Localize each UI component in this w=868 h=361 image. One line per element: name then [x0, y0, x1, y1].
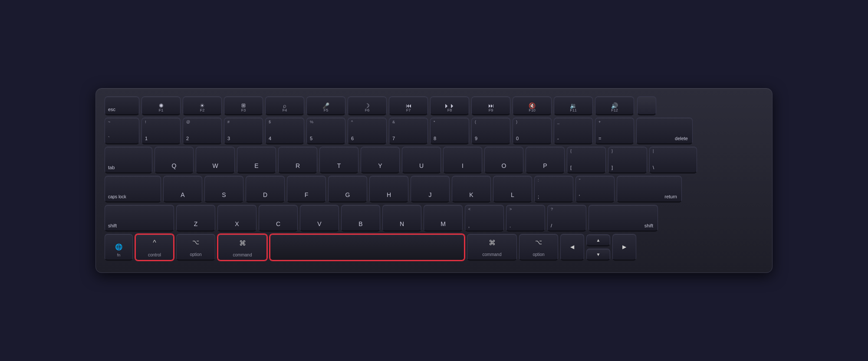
2-key[interactable]: @ 2: [183, 118, 222, 144]
arrow-up-key[interactable]: ▲: [586, 234, 610, 246]
control-key[interactable]: ^ control: [135, 234, 174, 261]
f1-key[interactable]: ✺ F1: [141, 96, 181, 115]
x-key[interactable]: X: [217, 205, 256, 232]
i-key[interactable]: I: [443, 147, 482, 174]
capslock-key[interactable]: caps lock: [105, 176, 161, 203]
colon-label: :: [538, 178, 539, 183]
3-key[interactable]: # 3: [224, 118, 263, 144]
return-key[interactable]: return: [617, 176, 682, 203]
g-key[interactable]: G: [328, 176, 367, 203]
v-label: V: [317, 220, 321, 227]
arrow-up-icon: ▲: [596, 237, 601, 242]
f8-key[interactable]: ⏵⏵ F8: [430, 96, 469, 115]
command-left-key[interactable]: ⌘ command: [217, 234, 267, 261]
7-key[interactable]: & 7: [389, 118, 428, 144]
d-key[interactable]: D: [246, 176, 285, 203]
f-key[interactable]: F: [287, 176, 326, 203]
lshift-label: shift: [108, 223, 117, 228]
m-label: M: [441, 220, 446, 227]
p-key[interactable]: P: [526, 147, 565, 174]
f7-key[interactable]: ⏮ F7: [389, 96, 428, 115]
l-key[interactable]: L: [493, 176, 532, 203]
i-label: I: [462, 162, 464, 169]
s-label: S: [222, 191, 226, 198]
j-key[interactable]: J: [411, 176, 450, 203]
h-label: H: [387, 191, 391, 198]
touch-id-key[interactable]: [637, 96, 656, 115]
equals-key[interactable]: + =: [595, 118, 634, 144]
arrow-left-icon: ◀: [570, 244, 574, 250]
arrow-right-key[interactable]: ▶: [612, 234, 636, 261]
r-key[interactable]: R: [278, 147, 317, 174]
bottom-row: 🌐 fn ^ control ⌥ option ⌘ command ⌘ comm…: [105, 234, 763, 261]
0-key[interactable]: ) 0: [513, 118, 552, 144]
lbracket-key[interactable]: { [: [567, 147, 606, 174]
8-key[interactable]: * 8: [430, 118, 469, 144]
comma-key[interactable]: < ,: [465, 205, 504, 232]
c-key[interactable]: C: [259, 205, 298, 232]
command-right-symbol: ⌘: [489, 239, 496, 247]
quote-key[interactable]: " ': [575, 176, 615, 203]
backslash-key[interactable]: | \: [649, 147, 697, 174]
m-key[interactable]: M: [424, 205, 463, 232]
gt-label: >: [510, 207, 512, 212]
rbracket-label: ]: [612, 165, 613, 170]
fn-label: fn: [117, 253, 121, 257]
y-key[interactable]: Y: [361, 147, 400, 174]
tab-key[interactable]: tab: [105, 147, 152, 174]
t-key[interactable]: T: [319, 147, 358, 174]
delete-key[interactable]: delete: [636, 118, 693, 144]
control-symbol: ^: [153, 239, 156, 247]
option-left-key[interactable]: ⌥ option: [176, 234, 215, 261]
f4-key[interactable]: ⌕ F4: [265, 96, 304, 115]
f2-key[interactable]: ☀ F2: [183, 96, 222, 115]
period-key[interactable]: > .: [506, 205, 545, 232]
option-right-key[interactable]: ⌥ option: [519, 234, 558, 261]
esc-key[interactable]: esc: [105, 96, 139, 115]
lshift-key[interactable]: shift: [105, 205, 174, 232]
command-right-key[interactable]: ⌘ command: [467, 234, 517, 261]
6-key[interactable]: ^ 6: [348, 118, 387, 144]
a-label: A: [181, 191, 184, 198]
backtick-key[interactable]: ~ `: [105, 118, 139, 144]
f10-key[interactable]: 🔇 F10: [513, 96, 552, 115]
fn-key[interactable]: 🌐 fn: [105, 234, 133, 261]
semicolon-key[interactable]: : ;: [534, 176, 573, 203]
1-key[interactable]: ! 1: [141, 118, 181, 144]
s-key[interactable]: S: [204, 176, 243, 203]
minus-key[interactable]: _ -: [554, 118, 593, 144]
5-key[interactable]: % 5: [306, 118, 345, 144]
b-key[interactable]: B: [341, 205, 380, 232]
f12-key[interactable]: 🔊 F12: [595, 96, 634, 115]
q-label: Q: [172, 162, 177, 169]
spacebar[interactable]: [270, 234, 465, 261]
h-key[interactable]: H: [369, 176, 408, 203]
w-key[interactable]: W: [196, 147, 235, 174]
e-key[interactable]: E: [237, 147, 276, 174]
f-label: F: [305, 191, 309, 198]
z-key[interactable]: Z: [176, 205, 215, 232]
arrow-down-key[interactable]: ▼: [586, 249, 610, 261]
o-key[interactable]: O: [484, 147, 523, 174]
6-label: 6: [351, 136, 354, 141]
n-key[interactable]: N: [382, 205, 421, 232]
a-key[interactable]: A: [163, 176, 202, 203]
rbracket-key[interactable]: } ]: [608, 147, 647, 174]
1-label: 1: [145, 136, 148, 141]
f5-key[interactable]: 🎤 F5: [306, 96, 345, 115]
arrow-left-key[interactable]: ◀: [560, 234, 584, 261]
9-key[interactable]: ( 9: [471, 118, 510, 144]
rshift-key[interactable]: shift: [589, 205, 658, 232]
globe-icon: 🌐: [115, 243, 122, 250]
f3-key[interactable]: ⊞ F3: [224, 96, 263, 115]
k-key[interactable]: K: [452, 176, 491, 203]
lbracket-label: [: [570, 165, 572, 170]
slash-key[interactable]: ? /: [547, 205, 586, 232]
u-key[interactable]: U: [402, 147, 441, 174]
f9-key[interactable]: ⏭ F9: [471, 96, 510, 115]
v-key[interactable]: V: [300, 205, 339, 232]
f6-key[interactable]: ☽ F6: [348, 96, 387, 115]
4-key[interactable]: $ 4: [265, 118, 304, 144]
q-key[interactable]: Q: [155, 147, 194, 174]
f11-key[interactable]: 🔉 F11: [554, 96, 593, 115]
